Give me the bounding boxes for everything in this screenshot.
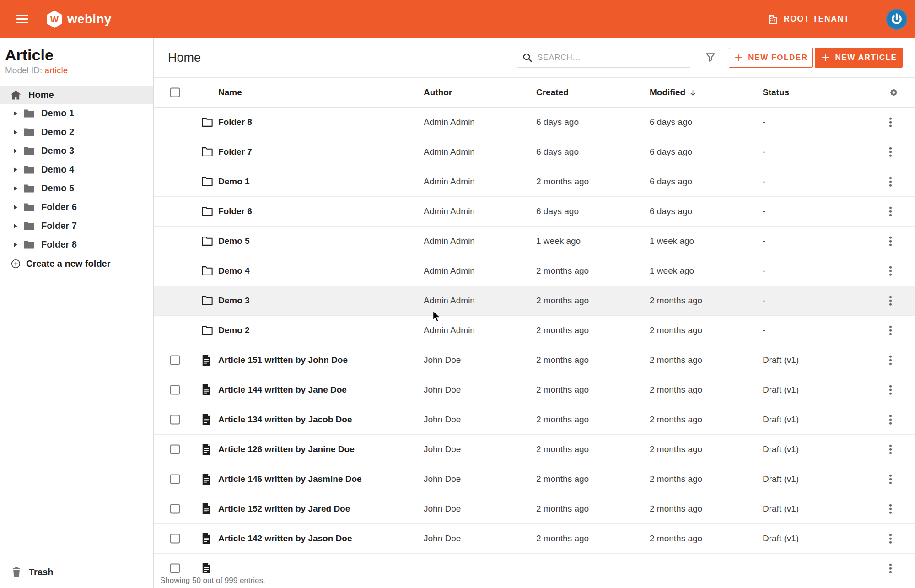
- entry-name[interactable]: Demo 3: [218, 296, 250, 306]
- new-article-button[interactable]: NEW ARTICLE: [815, 48, 903, 68]
- entry-name[interactable]: Demo 5: [218, 236, 250, 246]
- sidebar-folder-item[interactable]: Folder 6: [0, 198, 153, 216]
- table-row[interactable]: Folder 8 Admin Admin 6 days ago 6 days a…: [154, 108, 915, 137]
- row-menu-button[interactable]: [888, 532, 893, 545]
- entry-name[interactable]: Article 151 written by John Doe: [218, 355, 348, 365]
- filter-button[interactable]: [702, 49, 719, 66]
- entry-name[interactable]: Article 144 written by Jane Doe: [218, 385, 347, 395]
- search-input[interactable]: [538, 53, 684, 62]
- chevron-right-icon[interactable]: [14, 130, 17, 135]
- column-header-created[interactable]: Created: [536, 87, 569, 97]
- row-checkbox[interactable]: [170, 564, 180, 573]
- entry-created: 2 months ago: [536, 444, 589, 454]
- row-menu-button[interactable]: [888, 502, 893, 516]
- entry-status: Draft (v1): [763, 415, 799, 425]
- entry-status: -: [763, 325, 765, 335]
- table-row[interactable]: Demo 4 Admin Admin 2 months ago 1 week a…: [154, 256, 915, 286]
- entry-name[interactable]: Demo 1: [218, 177, 250, 187]
- row-menu-button[interactable]: [888, 413, 893, 426]
- row-checkbox[interactable]: [170, 385, 180, 395]
- row-menu-button[interactable]: [888, 562, 893, 573]
- row-menu-button[interactable]: [888, 324, 893, 337]
- create-folder-button[interactable]: Create a new folder: [0, 254, 153, 273]
- chevron-right-icon[interactable]: [14, 111, 17, 116]
- entry-author: John Doe: [424, 385, 461, 395]
- entry-name[interactable]: Article 134 written by Jacob Doe: [218, 415, 352, 425]
- row-menu-button[interactable]: [888, 116, 893, 129]
- row-checkbox[interactable]: [170, 445, 180, 454]
- sidebar-folder-item[interactable]: Demo 5: [0, 179, 153, 198]
- table-row[interactable]: Article 152 written by Jared Doe John Do…: [154, 494, 915, 524]
- table-row[interactable]: Article 144 written by Jane Doe John Doe…: [154, 375, 915, 405]
- entry-name[interactable]: Folder 7: [218, 147, 252, 157]
- chevron-right-icon[interactable]: [14, 205, 17, 210]
- entry-status: Draft (v1): [763, 385, 799, 395]
- row-checkbox[interactable]: [170, 534, 180, 544]
- table-row[interactable]: Demo 5 Admin Admin 1 week ago 1 week ago…: [154, 227, 915, 256]
- trash-button[interactable]: Trash: [0, 556, 153, 588]
- chevron-right-icon[interactable]: [14, 224, 17, 228]
- sidebar-item-home[interactable]: Home: [0, 86, 153, 104]
- row-menu-button[interactable]: [888, 146, 893, 159]
- sidebar-folder-item[interactable]: Folder 8: [0, 235, 153, 254]
- row-checkbox[interactable]: [170, 356, 180, 365]
- column-header-status[interactable]: Status: [763, 87, 789, 97]
- table-row[interactable]: Article 146 written by Jasmine Doe John …: [154, 464, 915, 494]
- entry-name[interactable]: Article 126 written by Janine Doe: [218, 444, 355, 454]
- sidebar-folder-item[interactable]: Demo 2: [0, 123, 153, 141]
- entry-name[interactable]: Demo 4: [218, 266, 250, 276]
- entry-name[interactable]: Article 152 written by Jared Doe: [218, 504, 350, 514]
- table-row[interactable]: Demo 3 Admin Admin 2 months ago 2 months…: [154, 286, 915, 316]
- entry-name[interactable]: Demo 2: [218, 325, 250, 335]
- sidebar-folder-item[interactable]: Demo 4: [0, 160, 153, 179]
- table-row[interactable]: Article 134 written by Jacob Doe John Do…: [154, 405, 915, 435]
- entry-name[interactable]: Article 146 written by Jasmine Doe: [218, 474, 362, 484]
- column-header-modified[interactable]: Modified: [650, 87, 697, 97]
- select-all-checkbox[interactable]: [170, 88, 180, 97]
- sidebar-folder-item[interactable]: Folder 7: [0, 216, 153, 235]
- user-avatar[interactable]: [886, 9, 907, 30]
- folder-item-label: Demo 1: [41, 108, 74, 119]
- row-menu-button[interactable]: [888, 473, 893, 486]
- table-row[interactable]: Article 142 written by Jason Doe John Do…: [154, 524, 915, 554]
- row-menu-button[interactable]: [888, 354, 893, 367]
- entry-created: 2 months ago: [536, 325, 589, 335]
- row-checkbox[interactable]: [170, 475, 180, 484]
- table-row[interactable]: Article 126 written by Janine Doe John D…: [154, 435, 915, 464]
- table-row[interactable]: Demo 1 Admin Admin 2 months ago 6 days a…: [154, 167, 915, 197]
- table-row[interactable]: Demo 2 Admin Admin 2 months ago 2 months…: [154, 316, 915, 345]
- webiny-logo[interactable]: W: [46, 10, 63, 28]
- row-menu-button[interactable]: [888, 443, 893, 456]
- folder-icon: [23, 240, 35, 249]
- row-menu-button[interactable]: [888, 175, 893, 189]
- row-menu-button[interactable]: [888, 294, 893, 307]
- column-header-author[interactable]: Author: [424, 87, 452, 97]
- new-folder-button[interactable]: NEW FOLDER: [729, 48, 813, 68]
- folder-sidebar: Article Model ID: article Home Demo 1: [0, 38, 154, 588]
- table-row[interactable]: Folder 7 Admin Admin 6 days ago 6 days a…: [154, 137, 915, 167]
- chevron-right-icon[interactable]: [14, 243, 17, 247]
- entry-name[interactable]: Folder 6: [218, 206, 252, 216]
- table-settings-button[interactable]: [888, 86, 900, 99]
- row-menu-button[interactable]: [888, 235, 893, 248]
- entry-name[interactable]: Folder 8: [218, 117, 252, 127]
- sidebar-folder-item[interactable]: Demo 3: [0, 141, 153, 160]
- row-menu-button[interactable]: [888, 383, 893, 397]
- sidebar-folder-item[interactable]: Demo 1: [0, 104, 153, 123]
- chevron-right-icon[interactable]: [14, 167, 17, 172]
- tenant-selector[interactable]: ROOT TENANT: [767, 14, 850, 25]
- row-checkbox[interactable]: [170, 415, 180, 425]
- table-row[interactable]: Article 151 written by John Doe John Doe…: [154, 345, 915, 375]
- entry-name[interactable]: Article 142 written by Jason Doe: [218, 534, 352, 544]
- chevron-right-icon[interactable]: [14, 186, 17, 191]
- table-row[interactable]: [154, 554, 915, 573]
- column-header-name[interactable]: Name: [218, 87, 242, 97]
- chevron-right-icon[interactable]: [14, 149, 17, 153]
- webiny-hexagon-icon: W: [46, 10, 63, 28]
- article-icon: [201, 354, 211, 367]
- menu-icon[interactable]: [16, 15, 28, 23]
- table-row[interactable]: Folder 6 Admin Admin 6 days ago 6 days a…: [154, 197, 915, 227]
- row-menu-button[interactable]: [888, 205, 893, 218]
- row-menu-button[interactable]: [888, 264, 893, 278]
- row-checkbox[interactable]: [170, 504, 180, 514]
